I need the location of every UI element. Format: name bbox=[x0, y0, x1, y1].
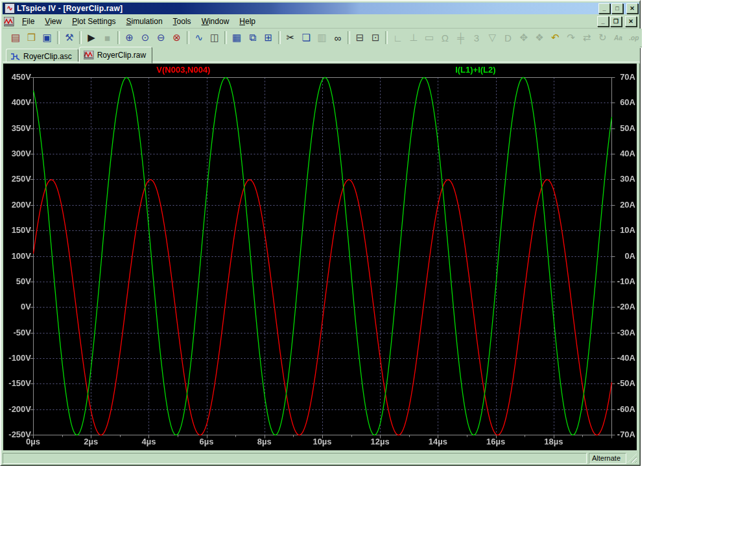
zoom-out-button[interactable]: ⊖ bbox=[153, 30, 169, 45]
place-diode-button: ▽ bbox=[484, 30, 500, 45]
tab-royerclip-asc[interactable]: RoyerClip.asc bbox=[6, 49, 78, 64]
y-axis-right-tick-label: -40A bbox=[614, 354, 635, 363]
y-axis-right-tick-label: 10A bbox=[614, 226, 635, 235]
menu-tools[interactable]: Tools bbox=[168, 16, 196, 27]
undo-button[interactable]: ↶ bbox=[547, 30, 563, 45]
title-bar[interactable]: ∿ LTspice IV - [RoyerClip.raw] _□✕ bbox=[3, 3, 639, 14]
y-axis-right-tick-label: 0A bbox=[614, 252, 635, 261]
toolbar: ▤❒▣⚒▶■⊕⊙⊖⊗∿◫▦⧉⊞✂❏▥∞⊟⊡∟⊥▭Ω╪3▽D✥❖↶↷⇄↻Aa.op bbox=[3, 29, 642, 47]
tile-windows-button[interactable]: ▦ bbox=[229, 30, 244, 45]
y-axis-right-tick-label: -60A bbox=[614, 405, 635, 414]
cut-button[interactable]: ✂ bbox=[283, 30, 298, 45]
menu-file[interactable]: File bbox=[17, 16, 40, 27]
y-axis-left-tick-label: 450V bbox=[4, 73, 31, 82]
toolbar-separator bbox=[79, 31, 82, 44]
redo-button: ↷ bbox=[563, 30, 579, 45]
y-axis-left-tick-label: -100V bbox=[4, 354, 31, 363]
y-axis-left-tick-label: -200V bbox=[4, 405, 31, 414]
y-axis-left-tick-label: -150V bbox=[4, 379, 31, 388]
x-axis-tick-label: 4µs bbox=[141, 437, 156, 446]
menu-window[interactable]: Window bbox=[196, 16, 235, 27]
ltspice-window: ∿ LTspice IV - [RoyerClip.raw] _□✕ FileV… bbox=[0, 0, 641, 466]
waveform-plot[interactable]: 450V400V350V300V250V200V150V100V50V0V-50… bbox=[3, 64, 637, 450]
place-capacitor-button: ╪ bbox=[453, 30, 469, 45]
draw-wire-button: ∟ bbox=[390, 30, 405, 45]
x-axis-tick-label: 2µs bbox=[84, 437, 98, 446]
save-button[interactable]: ▣ bbox=[40, 30, 55, 45]
tab-label: RoyerClip.raw bbox=[97, 51, 146, 60]
close-button[interactable]: ✕ bbox=[626, 3, 638, 14]
zoom-back-button[interactable]: ⊙ bbox=[137, 30, 153, 45]
label-net-button: ▭ bbox=[421, 30, 437, 45]
trace-label-voltage[interactable]: V(N003,N004) bbox=[156, 66, 210, 75]
menu-bar: FileViewPlot SettingsSimulationToolsWind… bbox=[3, 15, 637, 29]
x-axis-tick-label: 16µs bbox=[486, 437, 505, 446]
y-axis-right-tick-label: -30A bbox=[614, 328, 635, 337]
find-button[interactable]: ∞ bbox=[330, 30, 346, 45]
toolbar-separator bbox=[187, 31, 189, 44]
open-new-window-button[interactable]: ⊞ bbox=[261, 30, 276, 45]
title-bar-buttons: _□✕ bbox=[598, 3, 638, 14]
maximize-button[interactable]: □ bbox=[611, 3, 623, 14]
toolbar-separator bbox=[348, 31, 350, 44]
child-window-waveform-icon bbox=[4, 17, 14, 27]
print-button[interactable]: ⊡ bbox=[368, 30, 383, 45]
child-minimize-button[interactable]: _ bbox=[597, 16, 609, 27]
child-restore-button[interactable]: ❐ bbox=[610, 16, 622, 27]
zoom-full-extents-button[interactable]: ⊗ bbox=[169, 30, 184, 45]
toolbar-separator bbox=[117, 31, 120, 44]
drag-button: ❖ bbox=[532, 30, 547, 45]
y-axis-left-tick-label: 100V bbox=[4, 252, 31, 261]
trace-label-current[interactable]: I(L1)+I(L2) bbox=[455, 66, 495, 75]
y-axis-right-tick-label: -70A bbox=[614, 430, 635, 439]
y-axis-left-tick-label: 0V bbox=[4, 302, 31, 311]
menu-items: FileViewPlot SettingsSimulationToolsWind… bbox=[17, 16, 597, 27]
x-axis-tick-label: 8µs bbox=[257, 437, 272, 446]
new-schematic-button[interactable]: ▤ bbox=[8, 30, 23, 45]
control-panel-button[interactable]: ⚒ bbox=[62, 30, 77, 45]
autorange-y-axis-button[interactable]: ∿ bbox=[191, 30, 207, 45]
menu-simulation[interactable]: Simulation bbox=[121, 16, 168, 27]
zoom-area-button[interactable]: ⊕ bbox=[122, 30, 137, 45]
y-axis-left-tick-label: 150V bbox=[4, 226, 31, 235]
menu-plot-settings[interactable]: Plot Settings bbox=[67, 16, 121, 27]
tab-bar: RoyerClip.asc RoyerClip.raw bbox=[3, 47, 640, 64]
tab-royerclip-raw[interactable]: RoyerClip.raw bbox=[79, 47, 152, 64]
desktop: ∿ LTspice IV - [RoyerClip.raw] _□✕ FileV… bbox=[0, 0, 756, 534]
y-axis-left-tick-label: 250V bbox=[4, 175, 31, 184]
y-axis-left-tick-label: 350V bbox=[4, 124, 31, 133]
x-axis-tick-label: 18µs bbox=[544, 437, 563, 446]
minimize-button[interactable]: _ bbox=[598, 3, 610, 14]
halt-simulation-button: ■ bbox=[99, 30, 115, 45]
y-axis-left-tick-label: 300V bbox=[4, 149, 31, 158]
spice-directive-button: .op bbox=[626, 30, 642, 45]
toolbar-separator bbox=[224, 31, 227, 44]
rotate-button: ↻ bbox=[595, 30, 610, 45]
resize-grip[interactable] bbox=[628, 454, 637, 463]
child-window-buttons: _❐✕ bbox=[597, 16, 637, 27]
menu-help[interactable]: Help bbox=[234, 16, 261, 27]
y-axis-left-tick-label: 200V bbox=[4, 200, 31, 210]
waveform-icon bbox=[84, 51, 94, 60]
y-axis-right-tick-label: 20A bbox=[614, 200, 635, 210]
toolbar-separator bbox=[278, 31, 281, 44]
y-axis-right-tick-label: -10A bbox=[614, 277, 635, 286]
open-button[interactable]: ❒ bbox=[23, 30, 39, 45]
status-mode-badge: Alternate bbox=[589, 453, 626, 464]
place-inductor-button: 3 bbox=[469, 30, 484, 45]
x-axis-tick-label: 10µs bbox=[313, 437, 331, 446]
tab-label: RoyerClip.asc bbox=[23, 52, 72, 61]
print-preview-button[interactable]: ⊟ bbox=[352, 30, 368, 45]
plot-settings-pane-button[interactable]: ◫ bbox=[207, 30, 222, 45]
place-component-button: D bbox=[500, 30, 515, 45]
paste-button: ▥ bbox=[314, 30, 329, 45]
child-close-button[interactable]: ✕ bbox=[625, 16, 637, 27]
schematic-icon bbox=[10, 52, 20, 61]
menu-view[interactable]: View bbox=[40, 16, 67, 27]
mirror-button: ⇄ bbox=[579, 30, 595, 45]
cascade-windows-button[interactable]: ⧉ bbox=[244, 30, 260, 45]
copy-button[interactable]: ❏ bbox=[298, 30, 314, 45]
x-axis-tick-label: 6µs bbox=[200, 437, 214, 446]
run-simulation-button[interactable]: ▶ bbox=[84, 30, 99, 45]
y-axis-right-tick-label: 60A bbox=[614, 98, 635, 107]
